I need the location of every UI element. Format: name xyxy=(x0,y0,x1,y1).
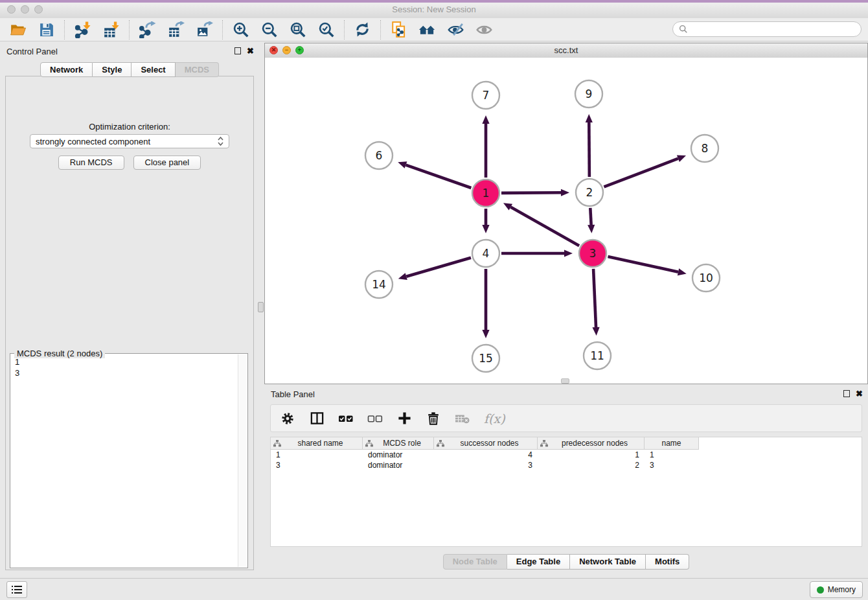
table-cell[interactable]: dominator xyxy=(363,450,434,460)
column-header-label: predecessor nodes xyxy=(548,439,641,448)
edge-arrowhead xyxy=(586,114,593,122)
canvas-splitter-handle[interactable] xyxy=(561,378,569,384)
close-panel-icon[interactable]: ✖ xyxy=(247,47,254,55)
panel-splitter-handle[interactable] xyxy=(258,302,264,312)
add-column-icon[interactable] xyxy=(396,411,412,426)
edge-3-11[interactable] xyxy=(593,269,596,327)
edge-1-2[interactable] xyxy=(501,192,561,193)
edge-3-1[interactable] xyxy=(510,207,579,246)
import-table-icon[interactable] xyxy=(102,21,120,38)
edge-arrowhead xyxy=(482,330,489,338)
tab-motifs[interactable]: Motifs xyxy=(646,554,689,570)
edge-2-8[interactable] xyxy=(604,159,678,187)
import-network-icon[interactable] xyxy=(74,21,91,38)
graph-node-label: 2 xyxy=(586,186,593,199)
edge-arrowhead xyxy=(564,249,573,257)
first-neighbors-icon[interactable] xyxy=(418,21,436,38)
edge-arrowhead xyxy=(398,273,407,280)
optimization-criterion-label: Optimization criterion: xyxy=(6,122,253,132)
flat-tree-icon xyxy=(273,440,281,447)
table-panel: Table Panel ✖ f(x) shared nameMCDS roles… xyxy=(264,386,868,574)
search-icon xyxy=(679,25,688,34)
column-settings-gear-icon[interactable] xyxy=(280,411,295,426)
search-field[interactable] xyxy=(672,21,862,37)
open-session-icon[interactable] xyxy=(9,21,27,38)
network-window-titlebar[interactable]: ✕ − + scc.txt xyxy=(265,43,867,58)
tab-style[interactable]: Style xyxy=(93,62,131,77)
dropdown-stepper-icon xyxy=(218,137,223,146)
memory-button[interactable]: Memory xyxy=(810,581,863,598)
export-network-icon[interactable] xyxy=(139,21,156,38)
result-scrollbar[interactable] xyxy=(238,354,247,567)
graph-node-label: 15 xyxy=(479,352,493,365)
delete-table-icon-disabled xyxy=(455,411,470,426)
graph-node-label: 8 xyxy=(702,142,709,155)
network-view-window: ✕ − + scc.txt 7968124314101511 xyxy=(264,43,868,384)
column-header-MCDS-role[interactable]: MCDS role xyxy=(363,437,434,450)
close-panel-button[interactable]: Close panel xyxy=(133,156,201,170)
tab-mcds[interactable]: MCDS xyxy=(176,62,219,77)
column-header-successor-nodes[interactable]: successor nodes xyxy=(434,437,538,450)
window-title: Session: New Session xyxy=(0,5,868,14)
graph-node-label: 14 xyxy=(372,278,386,291)
tab-node-table[interactable]: Node Table xyxy=(443,554,507,570)
split-panel-icon[interactable] xyxy=(309,411,325,426)
column-header-predecessor-nodes[interactable]: predecessor nodes xyxy=(538,437,645,450)
mcds-result-text: 1 3 xyxy=(11,354,238,567)
tab-network-table[interactable]: Network Table xyxy=(570,554,646,570)
hide-selected-icon[interactable] xyxy=(447,21,464,38)
show-all-icon[interactable] xyxy=(475,21,493,38)
network-canvas[interactable]: 7968124314101511 xyxy=(265,58,867,384)
table-cell[interactable]: 2 xyxy=(538,460,645,470)
column-header-name[interactable]: name xyxy=(645,437,699,450)
table-close-panel-icon[interactable]: ✖ xyxy=(856,389,863,398)
save-session-icon[interactable] xyxy=(38,21,55,38)
tab-edge-table[interactable]: Edge Table xyxy=(507,554,570,570)
tab-network[interactable]: Network xyxy=(40,62,93,77)
graph-node-label: 11 xyxy=(590,349,604,362)
node-table: shared nameMCDS rolesuccessor nodesprede… xyxy=(270,437,862,547)
edge-4-14[interactable] xyxy=(406,258,471,277)
table-float-panel-icon[interactable] xyxy=(843,390,850,397)
criterion-dropdown[interactable]: strongly connected component xyxy=(30,134,229,148)
run-mcds-button[interactable]: Run MCDS xyxy=(58,156,124,170)
table-header-row: shared nameMCDS rolesuccessor nodesprede… xyxy=(271,437,862,450)
flat-tree-icon xyxy=(437,440,444,447)
table-cell[interactable]: 1 xyxy=(645,450,699,460)
memory-label: Memory xyxy=(828,585,856,594)
table-row[interactable]: 3dominator323 xyxy=(271,460,862,470)
zoom-selected-icon[interactable] xyxy=(317,21,335,38)
zoom-out-icon[interactable] xyxy=(260,21,278,38)
column-header-shared-name[interactable]: shared name xyxy=(271,437,363,450)
edge-arrowhead xyxy=(482,225,489,233)
task-history-button[interactable] xyxy=(6,581,27,598)
delete-column-trash-icon[interactable] xyxy=(426,411,441,426)
graph-node-label: 10 xyxy=(699,271,713,284)
table-cell[interactable]: 1 xyxy=(538,450,645,460)
float-panel-icon[interactable] xyxy=(234,47,241,54)
table-row[interactable]: 1dominator411 xyxy=(271,450,862,460)
edge-2-3[interactable] xyxy=(590,208,591,225)
export-table-icon[interactable] xyxy=(167,21,185,38)
deselect-all-checkboxes-icon[interactable] xyxy=(367,411,383,426)
zoom-fit-icon[interactable] xyxy=(289,21,306,38)
search-input[interactable] xyxy=(691,24,855,35)
network-from-clipboard-icon[interactable] xyxy=(390,21,407,38)
zoom-in-icon[interactable] xyxy=(232,21,249,38)
table-cell[interactable]: 3 xyxy=(645,460,699,470)
titlebar-accent-strip xyxy=(0,0,868,3)
edge-arrowhead xyxy=(592,327,599,336)
table-cell[interactable]: 1 xyxy=(271,450,363,460)
edge-2-9[interactable] xyxy=(589,122,589,177)
tab-select[interactable]: Select xyxy=(131,62,175,77)
table-cell[interactable]: 4 xyxy=(434,450,538,460)
edge-3-10[interactable] xyxy=(608,257,678,272)
table-toolbar: f(x) xyxy=(270,404,862,432)
select-all-checkboxes-icon[interactable] xyxy=(338,411,354,426)
edge-1-6[interactable] xyxy=(406,165,472,188)
refresh-icon[interactable] xyxy=(354,21,371,38)
table-cell[interactable]: dominator xyxy=(363,460,434,470)
export-image-icon[interactable] xyxy=(196,21,213,38)
table-cell[interactable]: 3 xyxy=(271,460,363,470)
table-cell[interactable]: 3 xyxy=(434,460,538,470)
